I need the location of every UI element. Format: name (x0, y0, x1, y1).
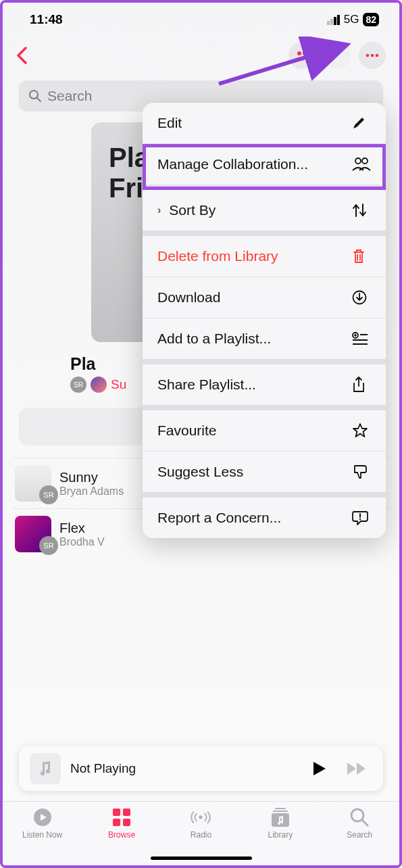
nav-action-button[interactable] (324, 42, 351, 69)
star-icon (352, 423, 371, 439)
avatar: SR (39, 485, 58, 504)
menu-manage-collaboration[interactable]: Manage Collaboration... (143, 144, 386, 190)
svg-point-0 (297, 51, 301, 55)
battery-icon: 82 (363, 13, 379, 26)
now-playing-title: Not Playing (70, 761, 298, 776)
music-note-icon (30, 753, 61, 784)
svg-point-4 (376, 53, 379, 57)
svg-point-19 (362, 158, 368, 164)
menu-favourite[interactable]: Favourite (143, 410, 386, 452)
pencil-icon (352, 116, 371, 130)
report-icon (352, 510, 371, 525)
svg-rect-9 (123, 809, 130, 816)
menu-edit[interactable]: Edit (143, 103, 386, 144)
menu-add-to-playlist[interactable]: Add to a Playlist... (143, 318, 386, 364)
tab-browse[interactable]: Browse (82, 807, 161, 865)
svg-point-12 (199, 815, 203, 819)
tab-search[interactable]: Search (320, 807, 399, 865)
people-icon (352, 158, 371, 171)
thumbs-down-icon (352, 464, 371, 479)
tab-library[interactable]: Library (241, 807, 320, 865)
sort-icon (352, 203, 371, 218)
menu-report-concern[interactable]: Report a Concern... (143, 498, 386, 538)
chevron-right-icon: › (157, 204, 161, 216)
home-indicator[interactable] (151, 857, 252, 860)
avatar (91, 377, 107, 393)
play-circle-icon (32, 807, 53, 827)
svg-line-17 (362, 820, 368, 825)
menu-share-playlist[interactable]: Share Playlist... (143, 364, 386, 410)
tab-listen-now[interactable]: Listen Now (3, 807, 82, 865)
svg-point-2 (366, 53, 370, 57)
svg-point-3 (371, 53, 374, 57)
forward-button[interactable] (341, 762, 372, 775)
menu-delete-from-library[interactable]: Delete from Library (143, 236, 386, 277)
signal-icon (327, 15, 340, 25)
grid-icon (111, 807, 132, 827)
svg-rect-13 (275, 808, 286, 809)
menu-suggest-less[interactable]: Suggest Less (143, 452, 386, 498)
menu-download[interactable]: Download (143, 277, 386, 318)
trash-icon (352, 249, 371, 264)
search-icon (349, 807, 370, 827)
svg-rect-8 (113, 809, 120, 816)
menu-sort-by[interactable]: ›Sort By (143, 190, 386, 236)
collaborators-button[interactable] (288, 42, 316, 69)
status-time: 11:48 (30, 12, 63, 27)
play-button[interactable] (307, 761, 332, 776)
context-menu: Edit Manage Collaboration... ›Sort By De… (143, 103, 386, 538)
svg-point-26 (359, 519, 361, 520)
network-label: 5G (344, 13, 359, 26)
nav-bar (3, 37, 399, 74)
download-icon (352, 290, 371, 305)
svg-rect-14 (273, 811, 288, 812)
svg-line-6 (37, 98, 41, 101)
svg-point-18 (355, 158, 361, 164)
svg-rect-10 (113, 819, 120, 826)
tab-bar: Listen Now Browse Radio Library Search (3, 801, 399, 865)
svg-point-5 (30, 91, 38, 99)
library-icon (270, 807, 291, 827)
add-to-list-icon (352, 332, 371, 345)
svg-point-1 (303, 51, 307, 55)
svg-rect-11 (123, 819, 130, 826)
more-button[interactable] (359, 42, 386, 69)
song-artwork: SR (15, 465, 51, 502)
now-playing-bar[interactable]: Not Playing (19, 746, 383, 791)
avatar: SR (70, 377, 86, 393)
search-icon (28, 89, 42, 103)
status-bar: 11:48 5G 82 (3, 3, 399, 37)
playlist-subtitle[interactable]: Su (111, 377, 126, 392)
radio-icon (191, 807, 211, 827)
back-button[interactable] (16, 47, 27, 64)
share-icon (352, 377, 371, 393)
song-artwork: SR (15, 516, 51, 552)
avatar: SR (39, 536, 58, 555)
search-placeholder: Search (47, 88, 93, 104)
